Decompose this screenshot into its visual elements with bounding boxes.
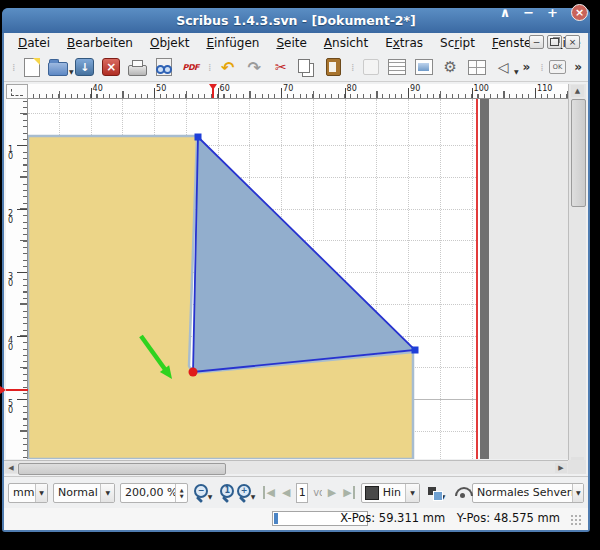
mdi-window-controls: − × bbox=[529, 35, 580, 49]
minimize-icon[interactable]: − bbox=[523, 6, 534, 19]
chevron-down-icon[interactable]: ▼ bbox=[405, 484, 419, 502]
copy-icon bbox=[298, 59, 310, 73]
zoom-level-spinner[interactable]: 200,00 % ▲▼ bbox=[120, 483, 188, 503]
last-page-icon[interactable]: ▶ bbox=[343, 486, 354, 499]
menu-bar: DateiBearbeitenObjektEinfügenSeiteAnsich… bbox=[4, 33, 588, 53]
print-button[interactable] bbox=[126, 55, 151, 79]
scroll-left-icon[interactable]: ◀ bbox=[5, 463, 17, 473]
vision-mode-selector[interactable]: Normales Sehvermöge ▼ bbox=[472, 483, 584, 503]
node-handle[interactable] bbox=[195, 134, 202, 141]
layer-flags-icon[interactable] bbox=[427, 486, 436, 500]
ruler-label: 40 bbox=[8, 337, 15, 351]
layer-selector[interactable]: Hin ▼ bbox=[361, 483, 420, 503]
ruler-major-tick bbox=[17, 145, 27, 146]
chevron-down-icon[interactable]: ▼ bbox=[572, 484, 582, 502]
toolbar-overflow-button[interactable]: » bbox=[523, 60, 531, 74]
redo-button[interactable]: ↷ bbox=[242, 55, 267, 79]
preview-mode-eye-icon[interactable] bbox=[455, 487, 464, 499]
menu-script[interactable]: Script bbox=[440, 36, 475, 50]
vertical-scrollbar-thumb[interactable] bbox=[571, 99, 586, 207]
print-icon bbox=[128, 65, 147, 76]
vertical-scrollbar[interactable]: ▲ ▼ bbox=[568, 84, 586, 470]
quality-selector[interactable]: Normal ▼ bbox=[53, 483, 115, 503]
ruler-major-tick bbox=[17, 272, 27, 273]
document-canvas[interactable] bbox=[28, 99, 568, 459]
close-document-button[interactable]: × bbox=[99, 55, 124, 79]
rotate-item-button-disabled[interactable] bbox=[359, 55, 384, 79]
horizontal-scrollbar-thumb[interactable] bbox=[18, 463, 226, 475]
y-pos-value: 48.575 mm bbox=[494, 511, 560, 525]
spinner-arrows-icon[interactable]: ▲▼ bbox=[175, 484, 187, 502]
menu-einfügen[interactable]: Einfügen bbox=[206, 36, 259, 50]
menu-bearbeiten[interactable]: Bearbeiten bbox=[67, 36, 133, 50]
mdi-close-icon[interactable]: × bbox=[565, 35, 580, 49]
copy-button[interactable] bbox=[295, 55, 320, 79]
zoom-100-button[interactable]: 1 bbox=[220, 484, 230, 502]
resize-grip[interactable] bbox=[570, 514, 582, 526]
save-button[interactable]: ↓ bbox=[73, 55, 98, 79]
vertical-ruler[interactable]: 1020304050 bbox=[6, 99, 28, 459]
new-document-button[interactable] bbox=[20, 55, 45, 79]
toolbar-overflow-button[interactable]: » bbox=[574, 60, 582, 74]
preflight-button[interactable] bbox=[152, 55, 177, 79]
first-page-icon[interactable]: ◀ bbox=[263, 486, 274, 499]
redo-icon: ↷ bbox=[248, 58, 261, 77]
ruler-label: 80 bbox=[347, 84, 357, 93]
horizontal-scrollbar[interactable]: ◀ ▶ bbox=[4, 460, 568, 474]
paste-button[interactable] bbox=[322, 55, 347, 79]
menu-extras[interactable]: Extras bbox=[385, 36, 423, 50]
menu-datei[interactable]: Datei bbox=[18, 36, 50, 50]
table-button[interactable] bbox=[465, 55, 490, 79]
mdi-restore-icon[interactable] bbox=[547, 35, 562, 49]
preflight-icon bbox=[156, 58, 172, 76]
chevron-down-icon[interactable]: ▼ bbox=[251, 493, 256, 500]
zoom-in-button[interactable]: + bbox=[237, 484, 247, 502]
desktop: { "window": { "title": "Scribus 1.4.3.sv… bbox=[0, 0, 600, 550]
node-handle[interactable] bbox=[412, 347, 419, 354]
ruler-major-tick bbox=[345, 88, 346, 98]
pdf-export-button[interactable]: PDF bbox=[179, 55, 204, 79]
toolbar-grip: ⁞ bbox=[208, 61, 211, 74]
unit-selector[interactable]: mm ▼ bbox=[8, 483, 48, 503]
page-number-field[interactable]: 1 bbox=[296, 483, 308, 503]
ruler-label: 90 bbox=[410, 84, 420, 93]
chevron-down-icon[interactable]: ▼ bbox=[35, 484, 47, 502]
shade-icon[interactable]: ∧ bbox=[500, 6, 511, 19]
chevron-down-icon[interactable]: ▼ bbox=[208, 493, 213, 500]
shape-icon: ◁ bbox=[498, 59, 509, 75]
maximize-icon[interactable]: + bbox=[547, 6, 558, 19]
menu-ansicht[interactable]: Ansicht bbox=[324, 36, 368, 50]
toolbar-grip: ⁞ bbox=[540, 61, 543, 74]
scroll-up-icon[interactable]: ▲ bbox=[571, 85, 584, 97]
ruler-label: 100 bbox=[474, 84, 489, 93]
undo-button[interactable]: ↶ bbox=[216, 55, 241, 79]
selected-node-handle[interactable] bbox=[189, 368, 198, 377]
zoom-out-button[interactable]: − bbox=[194, 484, 204, 502]
bottom-control-bar: mm ▼ Normal ▼ 200,00 % ▲▼ − ▼ 1 + ▼ ◀ ◀ … bbox=[4, 476, 588, 508]
blue-triangle-shape[interactable] bbox=[193, 137, 415, 372]
ruler-major-tick bbox=[17, 336, 27, 337]
x-pos-label: X-Pos: bbox=[340, 511, 375, 525]
pdf-pushbutton-icon[interactable]: OK bbox=[549, 60, 566, 74]
chevron-down-icon[interactable]: ▼ bbox=[100, 484, 114, 502]
mdi-minimize-icon[interactable]: − bbox=[529, 35, 544, 49]
rotate-item-icon-disabled bbox=[363, 59, 379, 75]
scrollbar-corner bbox=[568, 460, 586, 474]
shape-button[interactable]: ◁▼ bbox=[491, 55, 516, 79]
dropdown-caret-icon[interactable]: ▼ bbox=[514, 68, 519, 75]
ruler-major-tick bbox=[154, 88, 155, 98]
ruler-major-tick bbox=[281, 88, 282, 98]
render-frame-button[interactable]: ⚙ bbox=[438, 55, 463, 79]
horizontal-ruler[interactable]: 405060708090100110 bbox=[28, 84, 568, 99]
ruler-origin-icon[interactable] bbox=[6, 84, 28, 99]
next-page-icon[interactable]: ▶ bbox=[328, 486, 336, 499]
close-icon[interactable]: × bbox=[571, 4, 588, 21]
previous-page-icon[interactable]: ◀ bbox=[282, 486, 290, 499]
cut-button[interactable]: ✂ bbox=[269, 55, 294, 79]
menu-seite[interactable]: Seite bbox=[276, 36, 306, 50]
open-button[interactable]: ▼ bbox=[46, 55, 71, 79]
image-frame-button[interactable] bbox=[412, 55, 437, 79]
scroll-right-icon[interactable]: ▶ bbox=[555, 463, 567, 473]
menu-objekt[interactable]: Objekt bbox=[150, 36, 189, 50]
text-frame-button[interactable] bbox=[385, 55, 410, 79]
